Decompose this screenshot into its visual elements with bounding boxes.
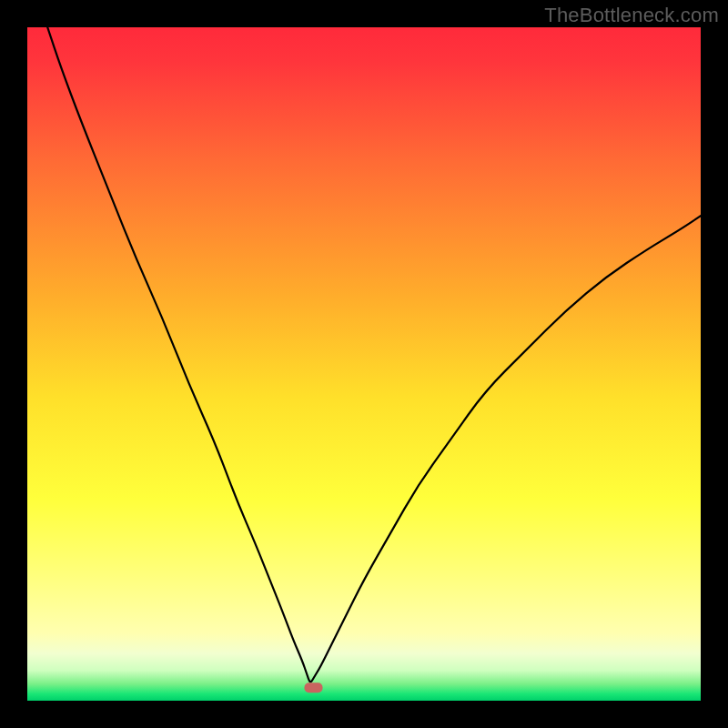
chart-frame: TheBottleneck.com (0, 0, 728, 728)
optimal-marker (305, 682, 323, 693)
watermark-text: TheBottleneck.com (544, 4, 719, 27)
gradient-background (27, 27, 701, 701)
chart-svg (27, 27, 701, 701)
plot-area (27, 27, 701, 701)
